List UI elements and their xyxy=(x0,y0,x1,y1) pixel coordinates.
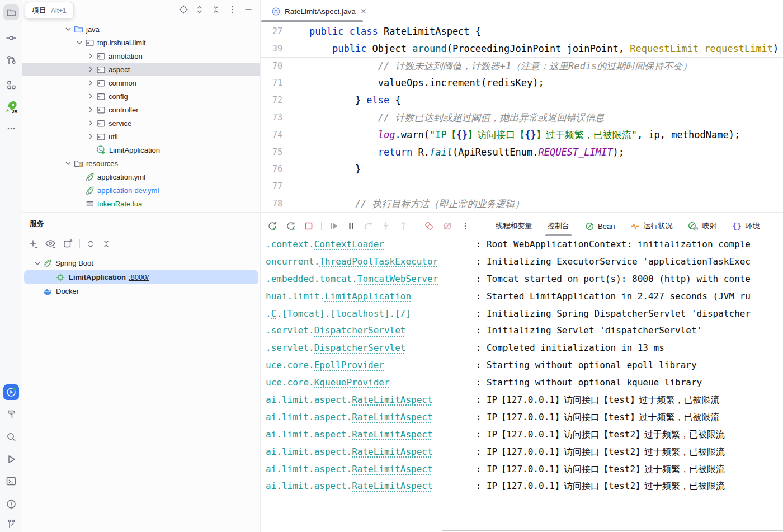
console-tab-[interactable]: 控制台 xyxy=(542,217,575,235)
code-line-75[interactable]: 75 return R.fail(ApiResultEnum.REQUEST_L… xyxy=(261,144,783,161)
code-line-71[interactable]: 71 valueOps.increment(redisKey); xyxy=(261,74,783,92)
code-line-76[interactable]: 76 } xyxy=(261,161,783,178)
code-line-73[interactable]: 73 // 计数已达到或超过阈值，抛出异常或返回错误信息 xyxy=(261,109,783,126)
collapse-all-icon[interactable] xyxy=(101,239,111,249)
commit-tool-button[interactable] xyxy=(3,30,19,46)
add-service-icon[interactable] xyxy=(28,238,39,249)
plugin-tool-button[interactable]: JR xyxy=(3,100,19,115)
open-in-new-tab-icon[interactable] xyxy=(63,238,74,249)
console-log-output[interactable]: .context.ContextLoader: Root WebApplicat… xyxy=(266,236,783,532)
console-tab-[interactable]: 线程和变量 xyxy=(490,217,537,235)
project-tree-item-config[interactable]: config xyxy=(22,90,260,103)
logger-class-link[interactable]: KqueueProvider xyxy=(314,377,390,388)
view-options-eye-icon[interactable] xyxy=(45,238,57,249)
project-tool-button[interactable] xyxy=(3,4,19,20)
logger-class-link[interactable]: DispatcherServlet xyxy=(314,342,406,353)
close-icon[interactable] xyxy=(360,7,367,15)
expand-all-icon[interactable] xyxy=(195,4,205,15)
code-line-27[interactable]: 27public class RateLimitAspect { xyxy=(261,23,783,40)
service-url-link[interactable]: :8000/ xyxy=(129,273,149,281)
locate-icon[interactable] xyxy=(178,4,188,15)
tree-item-label: top.lrshuai.limit xyxy=(97,39,146,47)
code-line-39[interactable]: 39 public Object around(ProceedingJoinPo… xyxy=(261,40,783,58)
logger-class-link[interactable]: ContextLoader xyxy=(314,239,384,249)
code-line-78[interactable]: 78 // 执行目标方法（即正常的业务逻辑） xyxy=(261,195,783,211)
pull-requests-tool-button[interactable] xyxy=(3,52,19,68)
console-tab-label: 映射 xyxy=(702,221,716,231)
pause-icon[interactable] xyxy=(346,221,356,231)
code-line-77[interactable]: 77 xyxy=(261,178,783,195)
tool-window-strip: JR xyxy=(0,0,22,532)
project-tree-item-common[interactable]: common xyxy=(22,76,260,90)
console-tab-label: 线程和变量 xyxy=(496,221,532,231)
console-tab-[interactable]: 运行状况 xyxy=(625,217,678,235)
run-tool-button[interactable] xyxy=(3,451,19,467)
logger-class-link[interactable]: TomcatWebServer xyxy=(357,274,438,284)
code-line-72[interactable]: 72 } else { xyxy=(261,92,783,109)
services-tree-item-docker[interactable]: Docker xyxy=(22,284,260,298)
spring-icon xyxy=(43,258,52,268)
stop-icon[interactable] xyxy=(304,221,314,231)
terminal-tool-button[interactable] xyxy=(3,473,19,489)
console-tab-[interactable]: 映射 xyxy=(682,217,722,235)
project-tree-item-aspect[interactable]: aspect xyxy=(22,63,260,76)
rerun-icon[interactable] xyxy=(267,220,278,232)
logger-class-link[interactable]: ThreadPoolTaskExecutor xyxy=(319,256,438,267)
services-tree-item-limitapplication[interactable]: LimitApplication:8000/ xyxy=(24,270,258,284)
code-line-70[interactable]: 70 // 计数未达到阈值，计数器+1（注意：这里Redis的过期时间保持不变） xyxy=(261,58,783,75)
log-line: ai.limit.aspect.RateLimitAspect: IP【127.… xyxy=(266,409,783,426)
log-line: .C.[Tomcat].[localhost].[/]: Initializin… xyxy=(266,305,783,323)
editor-tab-ratelimitaspect[interactable]: C RateLimitAspect.java xyxy=(266,0,373,22)
project-tree-item-java[interactable]: java xyxy=(22,22,260,36)
logger-class-link[interactable]: RateLimitAspect xyxy=(352,394,433,405)
project-tree-item-application-yml[interactable]: application.yml xyxy=(22,170,260,183)
mute-breakpoints-icon[interactable] xyxy=(442,220,453,232)
console-tab-[interactable]: {}环境 xyxy=(727,217,765,235)
health-icon xyxy=(630,222,640,231)
problems-icon xyxy=(6,498,17,510)
logger-class-link[interactable]: C xyxy=(271,308,277,319)
project-tree-item-limitapplication[interactable]: CLimitApplication xyxy=(22,143,260,157)
logger-class-link[interactable]: RateLimitAspect xyxy=(352,464,433,474)
project-tree-item-util[interactable]: util xyxy=(22,130,260,143)
console-scrollbar[interactable] xyxy=(442,530,783,531)
project-tree-item-annotation[interactable]: annotation xyxy=(22,49,260,63)
code-area[interactable]: 27public class RateLimitAspect {39 publi… xyxy=(261,22,783,211)
build-tool-button[interactable] xyxy=(3,407,19,422)
resume-icon[interactable] xyxy=(329,221,339,231)
structure-tool-button[interactable] xyxy=(3,77,19,93)
project-tab[interactable]: 项目 Alt+1 xyxy=(25,2,74,19)
project-tree-item-resources[interactable]: resources xyxy=(22,157,260,170)
logger-class-link[interactable]: RateLimitAspect xyxy=(352,429,433,440)
logger-class-link[interactable]: RateLimitAspect xyxy=(352,412,433,422)
logger-class-link[interactable]: LimitApplication xyxy=(325,291,411,302)
project-tree-item-application-dev-yml[interactable]: application-dev.yml xyxy=(22,183,260,197)
version-control-tool-button[interactable] xyxy=(3,516,19,531)
more-options-icon[interactable] xyxy=(227,4,237,15)
more-options-icon[interactable] xyxy=(460,221,470,231)
folder-icon xyxy=(6,7,17,18)
view-breakpoints-icon[interactable] xyxy=(423,220,435,232)
tree-cell xyxy=(63,25,74,34)
console-tab-bean[interactable]: Bean xyxy=(579,217,620,235)
strip-divider xyxy=(7,72,16,72)
logger-class-link[interactable]: DispatcherServlet xyxy=(314,325,406,336)
search-tool-button[interactable] xyxy=(3,429,19,445)
update-application-icon[interactable] xyxy=(285,220,296,232)
problems-tool-button[interactable] xyxy=(3,496,19,512)
services-tree-item-spring-boot[interactable]: Spring Boot xyxy=(22,256,260,270)
expand-all-icon[interactable] xyxy=(86,239,96,249)
logger-class-link[interactable]: RateLimitAspect xyxy=(352,481,433,491)
hide-panel-icon[interactable] xyxy=(243,4,253,15)
collapse-all-icon[interactable] xyxy=(211,4,221,15)
log-line: .servlet.DispatcherServlet: Initializing… xyxy=(266,322,783,340)
project-tree-item-controller[interactable]: controller xyxy=(22,103,260,116)
project-tree-item-service[interactable]: service xyxy=(22,116,260,130)
project-tree-item-top-lrshuai-limit[interactable]: top.lrshuai.limit xyxy=(22,36,260,49)
code-line-74[interactable]: 74 log.warn("IP【{}】访问接口【{}】过于频繁，已被限流", i… xyxy=(261,126,783,144)
more-tool-windows-button[interactable] xyxy=(3,121,19,136)
logger-class-link[interactable]: EpollProvider xyxy=(314,360,384,370)
services-tool-button[interactable] xyxy=(3,384,19,400)
logger-class-link[interactable]: RateLimitAspect xyxy=(352,446,433,457)
project-tree-item-tokenrate-lua[interactable]: tokenRate.lua xyxy=(22,197,260,210)
